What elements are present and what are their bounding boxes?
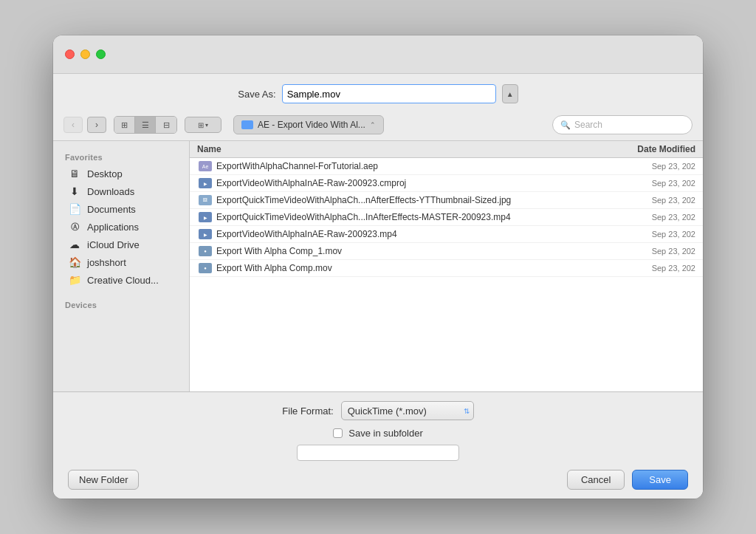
table-row[interactable]: ▶ ExportVideoWithAlphaInAE-Raw-200923.cm… bbox=[190, 175, 703, 192]
sidebar-item-icloud-label: iCloud Drive bbox=[87, 239, 140, 250]
subfolder-label: Save in subfolder bbox=[348, 428, 422, 439]
gallery-icon: ⊞ bbox=[198, 121, 204, 129]
devices-label: Devices bbox=[53, 296, 189, 312]
sidebar-item-downloads-label: Downloads bbox=[87, 186, 134, 197]
table-row[interactable]: ● Export With Alpha Comp.mov Sep 23, 202 bbox=[190, 260, 703, 277]
maximize-button[interactable] bbox=[96, 49, 106, 59]
table-row[interactable]: ● Export With Alpha Comp_1.mov Sep 23, 2… bbox=[190, 243, 703, 260]
file-name: Export With Alpha Comp.mov bbox=[213, 263, 614, 273]
folder-icon bbox=[241, 120, 253, 129]
subfolder-checkbox[interactable] bbox=[333, 428, 343, 438]
sidebar-item-documents[interactable]: 📄 Documents bbox=[56, 200, 186, 218]
sidebar-item-desktop[interactable]: 🖥 Desktop bbox=[56, 165, 186, 182]
subfolder-row: Save in subfolder bbox=[68, 428, 688, 439]
filename-input[interactable] bbox=[282, 84, 496, 103]
applications-icon: Ⓐ bbox=[68, 221, 81, 233]
file-name: Export With Alpha Comp_1.mov bbox=[213, 246, 614, 256]
minimize-button[interactable] bbox=[80, 49, 90, 59]
titlebar bbox=[53, 35, 703, 74]
expand-chevron-button[interactable]: ▲ bbox=[502, 84, 518, 103]
sidebar-item-documents-label: Documents bbox=[87, 204, 136, 215]
bottom-panel: File Format: QuickTime (*.mov) AVI MP4 M… bbox=[53, 392, 703, 499]
table-row[interactable]: 🖼 ExportQuickTimeVideoWithAlphaCh...nAft… bbox=[190, 192, 703, 209]
file-format-label: File Format: bbox=[282, 405, 333, 417]
file-date: Sep 23, 202 bbox=[614, 264, 703, 273]
search-icon: 🔍 bbox=[560, 120, 571, 130]
sidebar-item-creativecloud[interactable]: 📁 Creative Cloud... bbox=[56, 271, 186, 289]
file-list: Ae ExportWithAlphaChannel-ForTutorial.ae… bbox=[190, 158, 703, 391]
file-icon: ● bbox=[190, 263, 213, 273]
file-date: Sep 23, 202 bbox=[614, 230, 703, 239]
location-pill[interactable]: AE - Export Video With Al... ⌃ bbox=[233, 115, 384, 134]
file-icon: ▶ bbox=[190, 229, 213, 239]
table-row[interactable]: ▶ ExportVideoWithAlphaInAE-Raw-200923.mp… bbox=[190, 226, 703, 243]
column-name-header: Name bbox=[190, 144, 614, 154]
view-mode-group: ⊞ ☰ ⊟ bbox=[114, 116, 177, 134]
file-date: Sep 23, 202 bbox=[614, 162, 703, 171]
ae-file-icon: Ae bbox=[199, 161, 212, 171]
creativecloud-icon: 📁 bbox=[68, 274, 81, 286]
icloud-icon: ☁ bbox=[68, 239, 81, 250]
location-label: AE - Export Video With Al... bbox=[258, 120, 365, 130]
video-file-icon: ▶ bbox=[199, 178, 212, 188]
back-icon: ‹ bbox=[72, 120, 75, 130]
file-date: Sep 23, 202 bbox=[614, 196, 703, 205]
close-button[interactable] bbox=[65, 49, 75, 59]
action-row: New Folder Cancel Save bbox=[68, 464, 688, 490]
sidebar-item-icloud[interactable]: ☁ iCloud Drive bbox=[56, 236, 186, 253]
forward-button[interactable]: › bbox=[87, 117, 106, 133]
format-select[interactable]: QuickTime (*.mov) AVI MP4 MXF bbox=[341, 401, 474, 420]
sidebar-item-joshshort-label: joshshort bbox=[87, 257, 126, 268]
file-icon: ▶ bbox=[190, 212, 213, 222]
sidebar-item-joshshort[interactable]: 🏠 joshshort bbox=[56, 253, 186, 271]
list-view-button[interactable]: ☰ bbox=[135, 117, 156, 133]
cancel-button[interactable]: Cancel bbox=[567, 470, 625, 490]
table-row[interactable]: Ae ExportWithAlphaChannel-ForTutorial.ae… bbox=[190, 158, 703, 175]
file-date: Sep 23, 202 bbox=[614, 213, 703, 222]
file-icon: ▶ bbox=[190, 178, 213, 188]
image-file-icon: 🖼 bbox=[199, 195, 212, 205]
format-select-wrap: QuickTime (*.mov) AVI MP4 MXF ⇅ bbox=[341, 401, 474, 420]
column-date-header: Date Modified bbox=[614, 144, 703, 154]
toolbar: ‹ › ⊞ ☰ ⊟ ⊞ ▾ AE - Export Video With Al.… bbox=[53, 111, 703, 141]
sidebar: Favorites 🖥 Desktop ⬇ Downloads 📄 Docume… bbox=[53, 141, 190, 391]
file-name: ExportVideoWithAlphaInAE-Raw-200923.cmpr… bbox=[213, 178, 614, 188]
documents-icon: 📄 bbox=[68, 203, 81, 215]
home-icon: 🏠 bbox=[68, 256, 81, 268]
file-icon: Ae bbox=[190, 161, 213, 171]
save-button[interactable]: Save bbox=[632, 470, 688, 490]
new-folder-button[interactable]: New Folder bbox=[68, 470, 139, 490]
list-view-icon: ☰ bbox=[142, 120, 149, 130]
chevron-up-icon: ▲ bbox=[506, 90, 514, 98]
search-box[interactable]: 🔍 Search bbox=[552, 115, 693, 134]
file-date: Sep 23, 202 bbox=[614, 179, 703, 188]
column-view-button[interactable]: ⊟ bbox=[156, 117, 176, 133]
content-area: Favorites 🖥 Desktop ⬇ Downloads 📄 Docume… bbox=[53, 141, 703, 392]
gallery-view-button[interactable]: ⊞ ▾ bbox=[185, 117, 221, 133]
subfolder-name-input[interactable] bbox=[297, 445, 459, 461]
save-as-row: Save As: ▲ bbox=[53, 74, 703, 111]
icon-view-icon: ⊞ bbox=[121, 120, 128, 130]
file-format-row: File Format: QuickTime (*.mov) AVI MP4 M… bbox=[68, 401, 688, 420]
back-button[interactable]: ‹ bbox=[63, 117, 83, 133]
sidebar-item-downloads[interactable]: ⬇ Downloads bbox=[56, 182, 186, 200]
save-as-label: Save As: bbox=[238, 89, 275, 100]
table-row[interactable]: ▶ ExportQuickTimeVideoWithAlphaCh...InAf… bbox=[190, 209, 703, 226]
file-icon: 🖼 bbox=[190, 195, 213, 205]
location-chevron-icon: ⌃ bbox=[370, 121, 376, 129]
search-placeholder: Search bbox=[574, 120, 602, 130]
mov-file-icon-2: ● bbox=[199, 263, 212, 273]
mp4-file-icon-2: ▶ bbox=[199, 229, 212, 239]
action-buttons: Cancel Save bbox=[567, 470, 688, 490]
favorites-label: Favorites bbox=[53, 148, 189, 165]
mov-file-icon: ● bbox=[199, 246, 212, 256]
file-list-header: Name Date Modified bbox=[190, 141, 703, 158]
desktop-icon: 🖥 bbox=[68, 168, 81, 179]
file-name: ExportWithAlphaChannel-ForTutorial.aep bbox=[213, 161, 614, 171]
sidebar-item-applications[interactable]: Ⓐ Applications bbox=[56, 218, 186, 236]
sidebar-item-desktop-label: Desktop bbox=[87, 168, 123, 179]
gallery-chevron-icon: ▾ bbox=[205, 122, 208, 129]
icon-view-button[interactable]: ⊞ bbox=[114, 117, 135, 133]
file-name: ExportQuickTimeVideoWithAlphaCh...nAfter… bbox=[213, 195, 614, 205]
column-view-icon: ⊟ bbox=[163, 120, 170, 130]
